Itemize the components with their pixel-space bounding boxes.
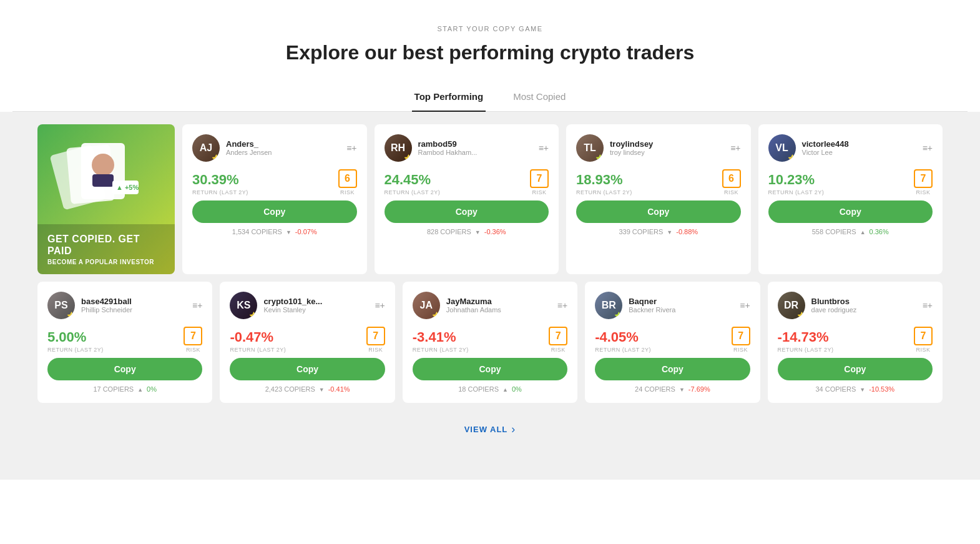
return-crypto: -0.47%: [230, 329, 286, 345]
copiers-rambod: 828 COPIERS -0.36%: [385, 228, 549, 235]
return-label-anders: RETURN (LAST 2Y): [192, 189, 248, 195]
star-badge-victor: ⭐: [788, 154, 796, 162]
return-baqner: -4.05%: [595, 329, 651, 345]
menu-icon-jay[interactable]: ≡+: [557, 300, 567, 310]
avatar-troy: TL ⭐: [576, 134, 604, 162]
star-badge-crypto: ⭐: [249, 312, 257, 319]
avatar-victor: VL ⭐: [768, 134, 796, 162]
realname-blunt: dave rodriguez: [811, 306, 857, 314]
copiers-baqner: 24 COPIERS -7.69%: [595, 385, 750, 393]
promo-card[interactable]: ▲ +5% GET COPIED. GET PAID BECOME A POPU…: [37, 124, 175, 274]
trader-card-victor: VL ⭐ victorlee448 Victor Lee ≡+ 10.23% R…: [758, 124, 943, 274]
trader-card-anders: AJ ⭐ Anders_ Anders Jensen ≡+ 30.39% RET…: [182, 124, 367, 274]
return-anders: 30.39%: [192, 172, 248, 188]
copiers-anders: 1,534 COPIERS -0.07%: [192, 228, 357, 235]
risk-base: 7: [184, 327, 202, 345]
star-badge-anders: ⭐: [212, 154, 220, 162]
copy-button-victor[interactable]: Copy: [768, 200, 933, 223]
realname-victor: Victor Lee: [802, 149, 849, 156]
trader-card-rambod: RH ⭐ rambod59 Rambod Hakham... ≡+ 24.45%…: [375, 124, 559, 274]
risk-victor: 7: [914, 169, 933, 188]
username-victor: victorlee448: [802, 139, 849, 149]
return-base: 5.00%: [47, 329, 104, 345]
trader-card-blunt: DR ⭐ Bluntbros dave rodriguez ≡+ -14.73%…: [768, 282, 943, 403]
risk-anders: 6: [338, 169, 357, 188]
star-badge-blunt: ⭐: [797, 312, 805, 319]
risk-rambod: 7: [530, 169, 549, 188]
tab-most-copied[interactable]: Most Copied: [511, 85, 568, 112]
username-base: base4291ball: [81, 297, 132, 306]
star-badge-troy: ⭐: [595, 154, 604, 162]
svg-rect-4: [92, 174, 114, 187]
star-badge-rambod: ⭐: [404, 154, 412, 162]
return-rambod: 24.45%: [385, 172, 441, 188]
copy-button-rambod[interactable]: Copy: [385, 200, 549, 223]
menu-icon-anders[interactable]: ≡+: [346, 143, 356, 153]
risk-jay: 7: [549, 327, 567, 345]
copiers-crypto: 2,423 COPIERS -0.41%: [230, 385, 385, 393]
trader-card-troy: TL ⭐ troylindsey troy lindsey ≡+ 18.93% …: [566, 124, 751, 274]
star-badge-baqner: ⭐: [614, 312, 622, 319]
avatar-rambod: RH ⭐: [385, 134, 412, 162]
realname-crypto: Kevin Stanley: [263, 306, 322, 314]
copiers-victor: 558 COPIERS 0.36%: [768, 228, 933, 235]
username-anders: Anders_: [226, 139, 272, 149]
realname-baqner: Backner Rivera: [629, 306, 675, 314]
tab-top-performing[interactable]: Top Performing: [412, 85, 486, 112]
realname-troy: troy lindsey: [610, 149, 653, 156]
realname-anders: Anders Jensen: [226, 149, 272, 156]
copy-button-crypto[interactable]: Copy: [230, 358, 385, 380]
copiers-base: 17 COPIERS 0%: [47, 385, 202, 393]
username-troy: troylindsey: [610, 139, 653, 149]
avatar-base: PS ⭐: [47, 292, 75, 319]
copiers-blunt: 34 COPIERS -10.53%: [778, 385, 933, 393]
view-all-section: VIEW ALL: [37, 410, 943, 455]
svg-point-3: [92, 154, 114, 176]
risk-troy: 6: [722, 169, 741, 188]
copiers-jay: 18 COPIERS 0%: [413, 385, 567, 393]
realname-base: Phillip Schneider: [81, 306, 132, 314]
menu-icon-troy[interactable]: ≡+: [730, 143, 740, 153]
risk-blunt: 7: [914, 327, 933, 345]
copy-button-jay[interactable]: Copy: [413, 358, 567, 380]
return-blunt: -14.73%: [778, 329, 834, 345]
trader-card-crypto: KS ⭐ crypto101_ke... Kevin Stanley ≡+ -0…: [220, 282, 394, 403]
avatar-blunt: DR ⭐: [778, 292, 805, 319]
username-jay: JayMazuma: [446, 297, 501, 306]
return-troy: 18.93%: [576, 172, 632, 188]
copy-button-baqner[interactable]: Copy: [595, 358, 750, 380]
tabs-container: Top Performing Most Copied: [12, 85, 968, 112]
svg-text:▲ +5%: ▲ +5%: [116, 184, 139, 191]
return-victor: 10.23%: [768, 172, 825, 188]
avatar-baqner: BR ⭐: [595, 292, 622, 319]
menu-icon-blunt[interactable]: ≡+: [923, 300, 933, 310]
copy-button-blunt[interactable]: Copy: [778, 358, 933, 380]
star-badge-jay: ⭐: [432, 312, 440, 319]
avatar-crypto: KS ⭐: [230, 292, 257, 319]
copy-button-base[interactable]: Copy: [47, 358, 202, 380]
menu-icon-rambod[interactable]: ≡+: [539, 143, 549, 153]
risk-baqner: 7: [732, 327, 750, 345]
copiers-troy: 339 COPIERS -0.88%: [576, 228, 741, 235]
risk-crypto: 7: [366, 327, 385, 345]
username-crypto: crypto101_ke...: [263, 297, 322, 306]
copy-button-troy[interactable]: Copy: [576, 200, 741, 223]
menu-icon-victor[interactable]: ≡+: [923, 143, 933, 153]
view-all-button[interactable]: VIEW ALL: [464, 423, 516, 436]
trader-card-baqner: BR ⭐ Baqner Backner Rivera ≡+ -4.05% RET…: [585, 282, 760, 403]
username-rambod: rambod59: [418, 139, 478, 149]
avatar-anders: AJ ⭐: [192, 134, 220, 162]
trader-card-base: PS ⭐ base4291ball Phillip Schneider ≡+ 5…: [37, 282, 212, 403]
copy-button-anders[interactable]: Copy: [192, 200, 357, 223]
return-jay: -3.41%: [413, 329, 469, 345]
page-title: Explore our best performing crypto trade…: [12, 40, 968, 66]
realname-rambod: Rambod Hakham...: [418, 149, 478, 156]
menu-icon-crypto[interactable]: ≡+: [375, 300, 385, 310]
avatar-jay: JA ⭐: [413, 292, 440, 319]
menu-icon-baqner[interactable]: ≡+: [740, 300, 750, 310]
menu-icon-base[interactable]: ≡+: [192, 300, 202, 310]
realname-jay: Johnathan Adams: [446, 306, 501, 314]
star-badge-base: ⭐: [67, 312, 75, 319]
trader-card-jay: JA ⭐ JayMazuma Johnathan Adams ≡+ -3.41%…: [403, 282, 577, 403]
username-baqner: Baqner: [629, 297, 675, 306]
